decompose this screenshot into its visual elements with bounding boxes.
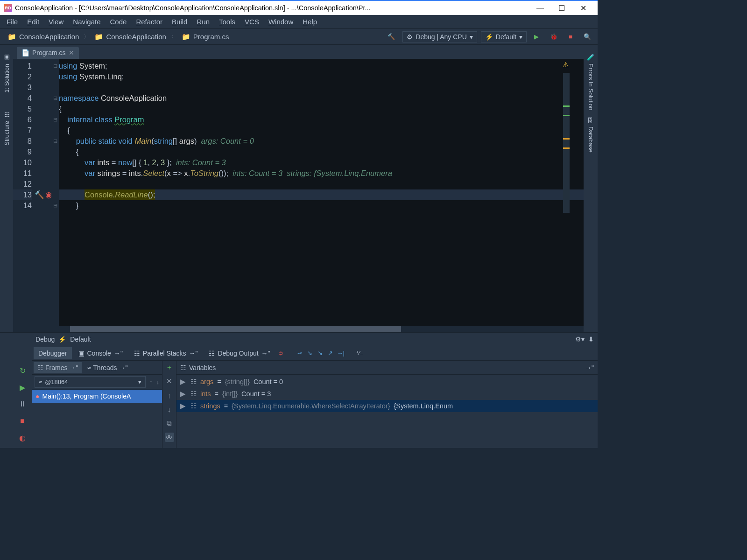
menu-run[interactable]: Run: [192, 16, 214, 28]
line-gutter: 1234567891011121314: [13, 59, 35, 326]
menu-refactor[interactable]: Refactor: [131, 16, 167, 28]
minimize-button[interactable]: —: [529, 4, 551, 12]
editor-tab[interactable]: 📄Program.cs ✕: [17, 47, 79, 59]
rerun-icon[interactable]: ↻: [17, 365, 28, 376]
database-tool-button[interactable]: 🗄 Database: [587, 114, 594, 156]
debug-config-label: Default: [70, 336, 91, 343]
show-execution-icon[interactable]: ➲: [277, 349, 285, 357]
search-icon[interactable]: 🔍: [580, 31, 595, 42]
menu-file[interactable]: File: [2, 16, 22, 28]
remove-watch-icon[interactable]: ✕: [165, 377, 174, 386]
debug-title: Debug: [35, 336, 55, 343]
tab-label: Program.cs: [32, 49, 66, 56]
menu-bar: FileEditViewNavigateCodeRefactorBuildRun…: [0, 15, 598, 29]
add-watch-icon[interactable]: ＋: [165, 363, 174, 372]
up-icon[interactable]: ↑: [165, 391, 174, 400]
run-button[interactable]: ▶: [530, 31, 543, 42]
vars-pin-icon[interactable]: →": [585, 364, 594, 371]
toolbar: 📁ConsoleApplication〉📁ConsoleApplication〉…: [0, 29, 598, 45]
editor-h-scroll[interactable]: [13, 326, 584, 332]
minimap[interactable]: [563, 73, 570, 213]
variables-pane: ☷ Variables→" ▶☷ args = {string[]} Count…: [176, 361, 598, 448]
force-step-into-icon[interactable]: ↘: [316, 349, 324, 357]
resume-icon[interactable]: ▶: [17, 382, 28, 392]
breadcrumb-item[interactable]: 📁Program.cs: [177, 31, 234, 43]
stack-frame-row[interactable]: ●Main():13, Program (ConsoleA: [32, 390, 162, 403]
debug-output-tab[interactable]: ☷ Debug Output →": [204, 347, 275, 359]
run-to-cursor-icon[interactable]: →|: [337, 349, 345, 357]
app-icon: RD: [4, 4, 12, 12]
copy-icon[interactable]: ⧉: [165, 419, 174, 428]
right-tool-strip: 🧪 Errors In Solution 🗄 Database: [584, 45, 598, 332]
errors-tool-button[interactable]: 🧪 Errors In Solution: [587, 49, 594, 114]
menu-navigate[interactable]: Navigate: [68, 16, 105, 28]
config-label: Debug | Any CPU: [416, 33, 466, 41]
debug-panel: ★ 2: Favorites ↻ ▶ ⏸ ■ ◐ ⊘ ⊞ » Debug ⚡De…: [0, 332, 598, 448]
run-config-label: Default: [496, 33, 516, 41]
variable-row[interactable]: ▶☷ ints = {int[]} Count = 3: [176, 388, 598, 400]
editor-tab-bar: 📄Program.cs ✕: [13, 45, 584, 59]
show-watches-icon[interactable]: 👁: [165, 433, 174, 442]
maximize-button[interactable]: ☐: [551, 4, 572, 13]
thread-dropdown[interactable]: ≈ @18864▾: [35, 376, 146, 388]
threads-tab[interactable]: ≈ Threads →": [84, 362, 131, 373]
debug-header: Debug ⚡Default ⚙▾ ⬇: [32, 333, 598, 346]
solution-tool-button[interactable]: 1: Solution ▣: [3, 54, 10, 92]
close-tab-icon[interactable]: ✕: [69, 49, 74, 56]
step-into-icon[interactable]: ↘: [306, 349, 314, 357]
debug-tabs: Debugger ▣ Console →" ☷ Parallel Stacks …: [32, 346, 598, 361]
debug-download-icon[interactable]: ⬇: [588, 336, 594, 343]
frames-pane: ☷ Frames →" ≈ Threads →" ≈ @18864▾ ↑ ↓ ●…: [32, 361, 162, 448]
debug-left-toolbar: ↻ ▶ ⏸ ■ ◐ ⊘ ⊞ »: [13, 333, 32, 448]
menu-tools[interactable]: Tools: [214, 16, 240, 28]
step-over-icon[interactable]: ⤻: [296, 349, 304, 357]
view-breakpoints-icon[interactable]: ◐: [17, 433, 28, 443]
menu-window[interactable]: Window: [264, 16, 298, 28]
favorites-strip: ★ 2: Favorites: [0, 333, 13, 448]
down-icon[interactable]: ↓: [165, 405, 174, 414]
stop-button[interactable]: ■: [565, 31, 576, 42]
config-dropdown[interactable]: ⚙ Debug | Any CPU ▾: [402, 31, 477, 42]
prev-frame-icon[interactable]: ↑: [149, 378, 153, 385]
menu-code[interactable]: Code: [106, 16, 132, 28]
breadcrumb: 📁ConsoleApplication〉📁ConsoleApplication〉…: [3, 31, 384, 43]
window-title: ConsoleApplication - [C:\Users\maart\Des…: [15, 4, 529, 12]
menu-vcs[interactable]: VCS: [240, 16, 264, 28]
left-tool-strip: 1: Solution ▣ Structure ☷: [0, 45, 13, 332]
menu-build[interactable]: Build: [167, 16, 192, 28]
debug-settings-icon[interactable]: ⚙▾: [575, 336, 585, 343]
gutter-icon-column: 🔨◉: [35, 59, 51, 326]
variable-row[interactable]: ▶☷ strings = {System.Linq.Enumerable.Whe…: [176, 400, 598, 412]
pause-icon[interactable]: ⏸: [17, 399, 28, 409]
menu-edit[interactable]: Edit: [22, 16, 44, 28]
menu-view[interactable]: View: [44, 16, 68, 28]
parallel-stacks-tab[interactable]: ☷ Parallel Stacks →": [129, 347, 203, 359]
step-out-icon[interactable]: ↗: [326, 349, 335, 357]
next-frame-icon[interactable]: ↓: [156, 378, 160, 385]
structure-tool-button[interactable]: Structure ☷: [3, 111, 10, 146]
console-tab[interactable]: ▣ Console →": [74, 347, 127, 359]
breadcrumb-item[interactable]: 📁ConsoleApplication: [90, 31, 170, 43]
debug-button[interactable]: 🐞: [546, 31, 561, 42]
fold-column: ⊟⊟⊟⊟⊟: [51, 59, 59, 326]
vars-toolbar: ＋ ✕ ↑ ↓ ⧉ 👁: [162, 361, 176, 448]
run-config-dropdown[interactable]: ⚡ Default ▾: [481, 31, 527, 42]
title-bar: RD ConsoleApplication - [C:\Users\maart\…: [0, 0, 598, 15]
build-icon[interactable]: 🔨: [384, 31, 399, 42]
code-area[interactable]: using System;using System.Linq;namespace…: [59, 59, 584, 326]
stop-icon[interactable]: ■: [17, 416, 28, 426]
frames-tab[interactable]: ☷ Frames →": [34, 362, 82, 373]
variables-label: Variables: [189, 364, 216, 371]
menu-help[interactable]: Help: [298, 16, 322, 28]
breadcrumb-item[interactable]: 📁ConsoleApplication: [3, 31, 84, 43]
debugger-tab[interactable]: Debugger: [34, 347, 72, 359]
code-editor[interactable]: 1234567891011121314 🔨◉ ⊟⊟⊟⊟⊟ using Syste…: [13, 59, 584, 326]
variable-row[interactable]: ▶☷ args = {string[]} Count = 0: [176, 376, 598, 388]
close-button[interactable]: ✕: [572, 4, 594, 13]
evaluate-icon[interactable]: ⁺⁄₋: [355, 349, 364, 357]
warning-icon[interactable]: ⚠: [563, 61, 569, 69]
